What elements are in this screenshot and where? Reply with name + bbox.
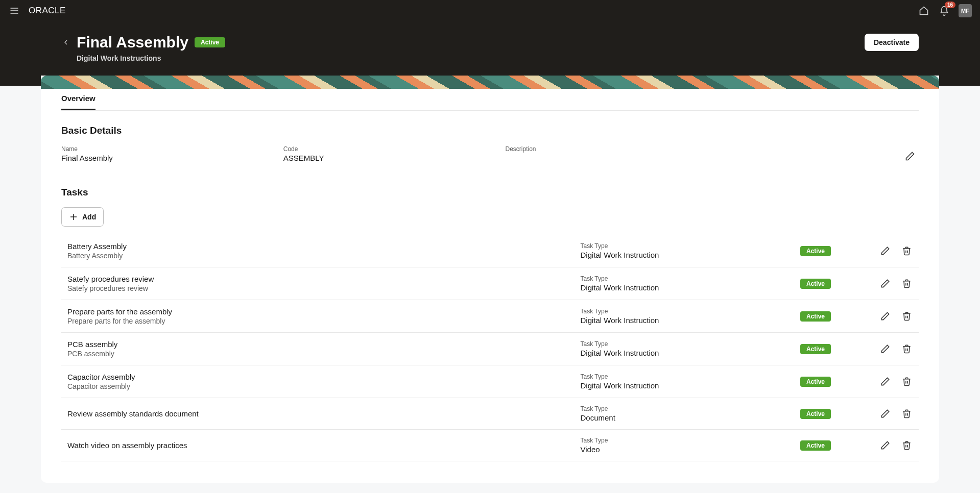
task-status-badge: Active <box>800 246 831 256</box>
task-type-label: Task Type <box>581 242 801 250</box>
task-type-value: Digital Work Instruction <box>581 316 801 325</box>
task-type-label: Task Type <box>581 405 801 412</box>
task-status-badge: Active <box>800 409 831 419</box>
task-title: Watch video on assembly practices <box>67 441 581 450</box>
page-header: Final Assembly Active Deactivate Digital… <box>0 21 980 75</box>
task-title: Prepare parts for the assembly <box>67 307 581 316</box>
edit-basic-details-button[interactable] <box>901 147 919 165</box>
task-row: Watch video on assembly practices Task T… <box>61 430 919 461</box>
pencil-icon <box>880 344 890 354</box>
edit-task-button[interactable] <box>879 310 891 323</box>
tasks-title: Tasks <box>61 187 919 198</box>
trash-icon <box>902 409 912 418</box>
task-row: Battery Assembly Battery Assembly Task T… <box>61 235 919 267</box>
trash-icon <box>902 311 912 321</box>
task-row: Capacitor Assembly Capacitor assembly Ta… <box>61 365 919 398</box>
task-row: Satefy procedures review Satefy procedur… <box>61 267 919 300</box>
task-type-label: Task Type <box>581 373 801 380</box>
add-task-button[interactable]: Add <box>61 207 104 227</box>
delete-task-button[interactable] <box>900 245 913 257</box>
plus-icon <box>69 212 78 221</box>
delete-task-button[interactable] <box>900 408 913 420</box>
oracle-logo[interactable]: ORACLE <box>29 6 66 16</box>
home-icon[interactable] <box>918 5 930 17</box>
detail-code-value: ASSEMBLY <box>283 154 475 162</box>
trash-icon <box>902 440 912 450</box>
detail-code-label: Code <box>283 145 475 153</box>
task-subtitle: Capacitor assembly <box>67 382 581 390</box>
tasks-section: Tasks Add <box>61 187 919 461</box>
basic-details-title: Basic Details <box>61 125 919 136</box>
task-row: PCB assembly PCB assembly Task Type Digi… <box>61 333 919 365</box>
trash-icon <box>902 377 912 386</box>
edit-task-button[interactable] <box>879 343 891 355</box>
task-type-label: Task Type <box>581 308 801 315</box>
notifications-icon[interactable]: 16 <box>938 5 950 17</box>
pencil-icon <box>880 409 890 418</box>
add-task-label: Add <box>82 213 96 221</box>
task-type-value: Digital Work Instruction <box>581 251 801 259</box>
task-row: Review assembly standards document Task … <box>61 398 919 430</box>
task-type-value: Digital Work Instruction <box>581 283 801 292</box>
pencil-icon <box>880 377 890 386</box>
task-list: Battery Assembly Battery Assembly Task T… <box>61 235 919 461</box>
basic-details-grid: Name Final Assembly Code ASSEMBLY Descri… <box>61 145 919 162</box>
task-status-badge: Active <box>800 440 831 451</box>
task-title: Capacitor Assembly <box>67 373 581 381</box>
pencil-icon <box>880 440 890 450</box>
task-type-value: Document <box>581 413 801 422</box>
task-title: Battery Assembly <box>67 242 581 251</box>
detail-name-label: Name <box>61 145 253 153</box>
hamburger-menu-icon[interactable] <box>8 5 20 17</box>
trash-icon <box>902 279 912 288</box>
task-type-value: Digital Work Instruction <box>581 381 801 390</box>
task-status-badge: Active <box>800 279 831 289</box>
delete-task-button[interactable] <box>900 278 913 290</box>
page-title: Final Assembly <box>77 34 188 51</box>
task-type-value: Video <box>581 445 801 454</box>
task-title: Review assembly standards document <box>67 409 581 418</box>
trash-icon <box>902 246 912 256</box>
user-avatar[interactable]: MF <box>959 4 972 17</box>
delete-task-button[interactable] <box>900 343 913 355</box>
task-status-badge: Active <box>800 311 831 322</box>
edit-task-button[interactable] <box>879 408 891 420</box>
tab-overview[interactable]: Overview <box>61 90 95 110</box>
task-title: Satefy procedures review <box>67 275 581 283</box>
task-type-label: Task Type <box>581 340 801 348</box>
delete-task-button[interactable] <box>900 310 913 323</box>
delete-task-button[interactable] <box>900 439 913 452</box>
detail-description-label: Description <box>506 145 697 153</box>
task-type-label: Task Type <box>581 275 801 282</box>
task-status-badge: Active <box>800 344 831 354</box>
back-chevron-icon[interactable] <box>61 38 70 47</box>
task-title: PCB assembly <box>67 340 581 349</box>
pencil-icon <box>880 246 890 256</box>
task-status-badge: Active <box>800 377 831 387</box>
content-card: Overview Basic Details Name Final Assemb… <box>41 76 939 483</box>
deactivate-button[interactable]: Deactivate <box>865 34 919 51</box>
notification-count-badge: 16 <box>945 2 955 8</box>
edit-task-button[interactable] <box>879 245 891 257</box>
task-row: Prepare parts for the assembly Prepare p… <box>61 300 919 333</box>
page-body: Overview Basic Details Name Final Assemb… <box>0 86 980 493</box>
task-subtitle: PCB assembly <box>67 350 581 358</box>
topbar: ORACLE 16 MF <box>0 0 980 21</box>
task-type-value: Digital Work Instruction <box>581 349 801 357</box>
tab-bar: Overview <box>61 90 919 111</box>
edit-task-button[interactable] <box>879 439 891 452</box>
pencil-icon <box>880 311 890 321</box>
task-type-label: Task Type <box>581 437 801 444</box>
task-subtitle: Prepare parts for the assembly <box>67 317 581 325</box>
task-subtitle: Battery Assembly <box>67 252 581 260</box>
delete-task-button[interactable] <box>900 376 913 388</box>
trash-icon <box>902 344 912 354</box>
detail-name-value: Final Assembly <box>61 154 253 162</box>
edit-task-button[interactable] <box>879 376 891 388</box>
page-subtitle: Digital Work Instructions <box>77 54 919 62</box>
task-subtitle: Satefy procedures review <box>67 284 581 292</box>
edit-task-button[interactable] <box>879 278 891 290</box>
decorative-banner <box>41 76 939 89</box>
pencil-icon <box>905 151 915 161</box>
status-badge: Active <box>195 37 225 47</box>
